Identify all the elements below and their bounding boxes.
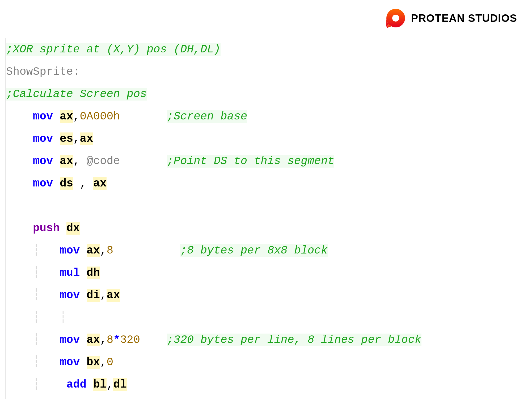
- ident-code: @code: [87, 155, 120, 168]
- mnemonic-mov: mov: [60, 289, 80, 302]
- reg-ax: ax: [107, 289, 120, 302]
- indent-guide: ┆: [33, 334, 60, 346]
- reg-ax: ax: [93, 177, 107, 190]
- comma: ,: [100, 334, 107, 346]
- indent-guide: ┆: [33, 378, 60, 391]
- indent-guide: ┆: [33, 267, 60, 279]
- mnemonic-mov: mov: [33, 155, 53, 168]
- reg-di: di: [87, 289, 100, 302]
- brand-name: PROTEAN STUDIOS: [411, 13, 517, 23]
- sp-comma-sp: ,: [73, 177, 93, 190]
- num-0: 0: [107, 356, 113, 369]
- brand-logo: PROTEAN STUDIOS: [385, 7, 517, 29]
- comma: ,: [73, 132, 80, 145]
- mnemonic-mov: mov: [33, 177, 53, 190]
- comment-8bytes: ;8 bytes per 8x8 block: [180, 244, 328, 257]
- svg-point-1: [392, 15, 399, 22]
- comma: ,: [73, 110, 80, 123]
- indent-guide: ┆ ┆: [33, 311, 66, 324]
- op-star: *: [113, 334, 120, 346]
- indent-guide: ┆: [33, 289, 60, 302]
- reg-es: es: [60, 132, 73, 145]
- assembly-code-block: ;XOR sprite at (X,Y) pos (DH,DL) ShowSpr…: [5, 38, 421, 399]
- reg-ax: ax: [87, 244, 100, 257]
- indent-guide: ┆: [33, 244, 60, 257]
- comma: ,: [100, 244, 107, 257]
- comment-calc: ;Calculate Screen pos: [6, 88, 147, 101]
- comment-320: ;320 bytes per line, 8 lines per block: [167, 334, 421, 346]
- reg-dx: dx: [66, 222, 80, 235]
- num-320: 320: [120, 334, 140, 346]
- reg-dl: dl: [113, 378, 126, 391]
- comma: ,: [100, 356, 107, 369]
- mnemonic-add: add: [66, 378, 87, 391]
- reg-bx: bx: [87, 356, 100, 369]
- reg-ax: ax: [87, 334, 100, 346]
- reg-ax: ax: [60, 155, 73, 168]
- mnemonic-mov: mov: [33, 132, 53, 145]
- num-8: 8: [107, 334, 113, 346]
- comment-xor: ;XOR sprite at (X,Y) pos (DH,DL): [6, 43, 221, 56]
- reg-ax: ax: [60, 110, 73, 123]
- label-showsprite: ShowSprite:: [6, 65, 80, 78]
- mnemonic-mov: mov: [60, 334, 80, 346]
- mnemonic-mov: mov: [33, 110, 53, 123]
- comment-ptds: ;Point DS to this segment: [167, 155, 334, 168]
- reg-ax: ax: [80, 132, 93, 145]
- reg-bl: bl: [93, 378, 107, 391]
- num-0A000h: 0A000h: [80, 110, 120, 123]
- reg-ds: ds: [60, 177, 73, 190]
- mnemonic-push: push: [33, 222, 60, 235]
- comma-sp: ,: [73, 155, 86, 168]
- comment-screenbase: ;Screen base: [167, 110, 247, 123]
- mnemonic-mul: mul: [60, 267, 80, 279]
- mnemonic-mov: mov: [60, 356, 80, 369]
- logo-icon: [385, 7, 406, 29]
- indent-guide: ┆: [33, 356, 60, 369]
- comma: ,: [100, 289, 107, 302]
- comma: ,: [107, 378, 113, 391]
- num-8: 8: [107, 244, 113, 257]
- reg-dh: dh: [87, 267, 100, 279]
- mnemonic-mov: mov: [60, 244, 80, 257]
